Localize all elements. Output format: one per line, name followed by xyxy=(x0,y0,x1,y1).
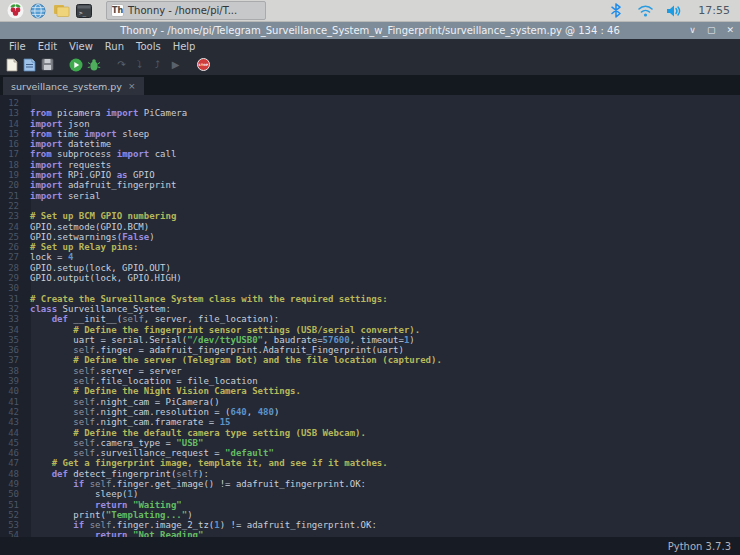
code-line[interactable]: 51 return "Waiting" xyxy=(0,500,740,510)
code-area[interactable]: 1213from picamera import PiCamera14impor… xyxy=(0,95,740,537)
line-number: 46 xyxy=(0,448,25,458)
web-browser-icon[interactable] xyxy=(29,2,47,20)
line-number: 33 xyxy=(0,314,25,324)
run-script-icon[interactable] xyxy=(68,57,83,72)
line-number: 37 xyxy=(0,355,25,365)
code-line[interactable]: 33 def __init__(self, server, file_locat… xyxy=(0,314,740,324)
code-line[interactable]: 29GPIO.output(lock, GPIO.HIGH) xyxy=(0,273,740,283)
code-line[interactable]: 53 if self.finger.image_2_tz(1) != adafr… xyxy=(0,520,740,530)
line-number: 51 xyxy=(0,500,25,510)
code-line[interactable]: 26# Set up Relay pins: xyxy=(0,242,740,252)
step-into-icon[interactable]: ⤵ xyxy=(132,57,147,72)
code-line[interactable]: 39 self.file_location = file_location xyxy=(0,376,740,386)
stop-icon[interactable]: STOP xyxy=(196,57,211,72)
code-line[interactable]: 38 self.server = server xyxy=(0,366,740,376)
code-line[interactable]: 34 # Define the fingerprint sensor setti… xyxy=(0,325,740,335)
resume-icon[interactable]: ▶ xyxy=(168,57,183,72)
code-line[interactable]: 13from picamera import PiCamera xyxy=(0,108,740,118)
menu-help[interactable]: Help xyxy=(167,41,202,52)
line-number: 12 xyxy=(0,98,25,108)
line-number: 53 xyxy=(0,520,25,530)
line-number: 41 xyxy=(0,397,25,407)
file-manager-icon[interactable] xyxy=(52,2,70,20)
line-number: 54 xyxy=(0,530,25,537)
code-line[interactable]: 17from subprocess import call xyxy=(0,149,740,159)
code-line[interactable]: 15from time import sleep xyxy=(0,129,740,139)
code-line[interactable]: 28GPIO.setup(lock, GPIO.OUT) xyxy=(0,263,740,273)
step-over-icon[interactable]: ↷ xyxy=(114,57,129,72)
tab-close-icon[interactable]: × xyxy=(128,81,136,91)
code-line[interactable]: 36 self.finger = adafruit_fingerprint.Ad… xyxy=(0,345,740,355)
code-line[interactable]: 43 self.night_cam.framerate = 15 xyxy=(0,417,740,427)
line-number: 13 xyxy=(0,108,25,118)
code-line[interactable]: 54 return "Not Reading" xyxy=(0,530,740,537)
save-icon[interactable] xyxy=(40,57,55,72)
line-number: 50 xyxy=(0,489,25,499)
code-line[interactable]: 20import adafruit_fingerprint xyxy=(0,180,740,190)
code-line[interactable]: 32class Surveillance_System: xyxy=(0,304,740,314)
open-file-icon[interactable] xyxy=(22,57,37,72)
code-line[interactable]: 50 sleep(1) xyxy=(0,489,740,499)
line-number: 15 xyxy=(0,129,25,139)
line-number: 36 xyxy=(0,345,25,355)
new-file-icon[interactable] xyxy=(4,57,19,72)
tab-surveillance-system[interactable]: surveillance_system.py × xyxy=(3,77,144,95)
code-line[interactable]: 24GPIO.setmode(GPIO.BCM) xyxy=(0,222,740,232)
debug-script-icon[interactable] xyxy=(86,57,101,72)
code-line[interactable]: 46 self.surveillance_request = "default" xyxy=(0,448,740,458)
code-line[interactable]: 30 xyxy=(0,283,740,293)
code-line[interactable]: 27lock = 4 xyxy=(0,252,740,262)
line-number: 35 xyxy=(0,335,25,345)
code-line[interactable]: 41 self.night_cam = PiCamera() xyxy=(0,397,740,407)
step-out-icon[interactable]: ⤴ xyxy=(150,57,165,72)
menu-file[interactable]: File xyxy=(3,41,32,52)
code-line[interactable]: 47 # Get a fingerprint image, template i… xyxy=(0,458,740,468)
menu-tools[interactable]: Tools xyxy=(130,41,167,52)
code-line[interactable]: 23# Set up BCM GPIO numbering xyxy=(0,211,740,221)
interpreter-version[interactable]: Python 3.7.3 xyxy=(668,541,731,552)
maximize-button[interactable]: ▢ xyxy=(707,26,716,35)
window-titlebar[interactable]: Thonny - /home/pi/Telegram_Surveillance_… xyxy=(0,22,740,39)
code-line[interactable]: 16import datetime xyxy=(0,139,740,149)
tab-label: surveillance_system.py xyxy=(11,81,122,92)
line-number: 17 xyxy=(0,149,25,159)
menu-run[interactable]: Run xyxy=(99,41,130,52)
code-line[interactable]: 48 def detect_fingerprint(self): xyxy=(0,469,740,479)
code-line[interactable]: 35 uart = serial.Serial("/dev/ttyUSB0", … xyxy=(0,335,740,345)
code-line[interactable]: 44 # Define the default camera type sett… xyxy=(0,428,740,438)
code-line[interactable]: 37 # Define the server (Telegram Bot) an… xyxy=(0,355,740,365)
code-line[interactable]: 21import serial xyxy=(0,191,740,201)
close-button[interactable]: ✕ xyxy=(726,26,734,35)
code-line[interactable]: 40 # Define the Night Vision Camera Sett… xyxy=(0,386,740,396)
volume-icon[interactable] xyxy=(665,2,683,20)
taskbar-window-button[interactable]: Th Thonny - /home/pi/T... xyxy=(106,1,266,20)
line-number: 52 xyxy=(0,510,25,520)
code-line[interactable]: 14import json xyxy=(0,119,740,129)
terminal-icon[interactable]: >_ xyxy=(75,2,93,20)
code-line[interactable]: 31# Create the Surveillance System class… xyxy=(0,294,740,304)
code-line[interactable]: 52 print("Templating...") xyxy=(0,510,740,520)
code-line[interactable]: 45 self.camera_type = "USB" xyxy=(0,438,740,448)
code-line[interactable]: 22 xyxy=(0,201,740,211)
minimize-button[interactable]: ∨ xyxy=(689,26,696,35)
code-line[interactable]: 42 self.night_cam.resolution = (640, 480… xyxy=(0,407,740,417)
raspberry-menu-icon[interactable] xyxy=(6,2,24,20)
code-line[interactable]: 19import RPi.GPIO as GPIO xyxy=(0,170,740,180)
code-line[interactable]: 18import requests xyxy=(0,160,740,170)
taskbar-window-label: Thonny - /home/pi/T... xyxy=(128,5,237,16)
menu-view[interactable]: View xyxy=(63,41,99,52)
line-number: 47 xyxy=(0,458,25,468)
line-number: 14 xyxy=(0,119,25,129)
wifi-icon[interactable] xyxy=(636,2,654,20)
clock[interactable]: 17:55 xyxy=(698,4,730,17)
line-number: 29 xyxy=(0,273,25,283)
toolbar: ↷ ⤵ ⤴ ▶ STOP xyxy=(0,54,740,75)
code-line[interactable]: 12 xyxy=(0,98,740,108)
line-number: 22 xyxy=(0,201,25,211)
code-editor[interactable]: 1213from picamera import PiCamera14impor… xyxy=(0,95,740,537)
line-number: 40 xyxy=(0,386,25,396)
bluetooth-icon[interactable] xyxy=(607,2,625,20)
code-line[interactable]: 49 if self.finger.get_image() != adafrui… xyxy=(0,479,740,489)
menu-edit[interactable]: Edit xyxy=(32,41,63,52)
code-line[interactable]: 25GPIO.setwarnings(False) xyxy=(0,232,740,242)
